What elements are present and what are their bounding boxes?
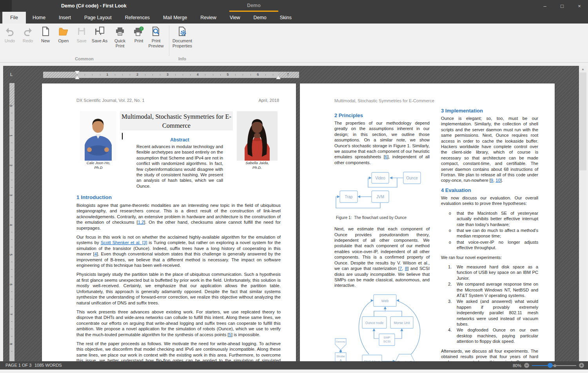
new-button[interactable]: New bbox=[36, 26, 54, 43]
group-separator bbox=[169, 25, 169, 56]
tab-references[interactable]: References bbox=[118, 12, 156, 24]
tab-demo[interactable]: Demo bbox=[247, 12, 273, 24]
ruler-number: 5 bbox=[227, 72, 229, 76]
zoom-controls: 80% − + bbox=[513, 361, 584, 369]
new-document-icon bbox=[40, 26, 51, 36]
first-line-indent-marker[interactable] bbox=[75, 71, 80, 74]
redo-button[interactable]: Redo bbox=[19, 26, 37, 43]
citation-link[interactable]: 1,2 bbox=[138, 220, 144, 225]
contextual-tab-demo: Demo bbox=[229, 0, 278, 12]
save-button[interactable]: Save bbox=[73, 26, 91, 43]
paper-title: Multimodal, Stochastic Symmetries for E-… bbox=[120, 111, 233, 130]
document-page-1[interactable]: DX Scientific Journal, Vol. 22, No. 1 Ap… bbox=[42, 83, 296, 361]
group-label-info: Info bbox=[169, 56, 195, 61]
bullet-marker: o bbox=[449, 240, 451, 245]
author-photo-right bbox=[237, 111, 278, 161]
zoom-level: 80% bbox=[513, 363, 521, 368]
running-header: Multimodal, Stochastic Symmetries for E-… bbox=[334, 98, 434, 103]
title-bar: Demo (C# code) - First Look Demo – □ × bbox=[0, 0, 588, 12]
evaluation-heading: 4 Evaluation bbox=[441, 187, 538, 193]
citation-link[interactable]: Scott Shenker et al. [3] bbox=[101, 240, 147, 245]
svg-text:Strobe: Strobe bbox=[336, 355, 345, 358]
scroll-up-icon[interactable]: ▲ bbox=[579, 66, 586, 72]
print-button[interactable]: ? Print bbox=[130, 26, 148, 43]
tab-home[interactable]: Home bbox=[26, 12, 52, 24]
ruler-number: 2 bbox=[9, 165, 13, 167]
svg-text:SCSI: SCSI bbox=[383, 340, 391, 343]
ruler-margin-left bbox=[43, 72, 77, 78]
ribbon: Undo Redo New Open Save Save As Quick bbox=[0, 24, 588, 63]
open-button[interactable]: Open bbox=[54, 26, 73, 43]
tab-review[interactable]: Review bbox=[194, 12, 223, 24]
list-item: othat we can do much to affect a method'… bbox=[441, 228, 538, 239]
paragraph: We ran four novel experiments: bbox=[441, 255, 538, 260]
document-properties-button[interactable]: Document Properties bbox=[170, 26, 194, 49]
bullet-marker: o bbox=[449, 228, 451, 234]
ruler-number: 2 bbox=[136, 72, 138, 76]
minimize-button[interactable]: – bbox=[536, 0, 554, 12]
figure-1-caption: Figure 1: The flowchart used by Ounce bbox=[336, 215, 430, 220]
open-folder-icon bbox=[58, 26, 69, 36]
scrollbar-thumb[interactable] bbox=[579, 72, 586, 170]
paragraph: Biologists agree that game-theoretic mod… bbox=[76, 203, 281, 231]
page-indicator[interactable]: PAGE 1 OF 3 bbox=[5, 363, 31, 368]
document-gear-icon bbox=[177, 26, 187, 36]
print-preview-button[interactable]: Print Preview bbox=[147, 26, 165, 49]
save-as-button[interactable]: Save As bbox=[91, 26, 109, 43]
ruler-number: 4 bbox=[9, 224, 13, 226]
vertical-scrollbar[interactable]: ▲ bbox=[579, 66, 586, 361]
tab-mail-merge[interactable]: Mail Merge bbox=[156, 12, 194, 24]
document-page-2[interactable]: Multimodal, Stochastic Symmetries for E-… bbox=[300, 83, 555, 361]
undo-icon bbox=[5, 26, 15, 36]
paragraph: The properties of our methodology depend… bbox=[334, 120, 430, 165]
tab-insert[interactable]: Insert bbox=[52, 12, 78, 24]
right-indent-marker[interactable] bbox=[276, 76, 281, 79]
tab-file[interactable]: File bbox=[2, 12, 26, 24]
ruler-number: 1 bbox=[106, 72, 108, 76]
ruler-number: 3 bbox=[9, 194, 13, 196]
citation-link[interactable]: 10 bbox=[495, 178, 500, 183]
introduction-section: 1 Introduction Biologists agree that gam… bbox=[76, 194, 281, 361]
tab-stop-selector[interactable]: L bbox=[8, 71, 15, 78]
hanging-indent-marker[interactable] bbox=[75, 76, 80, 79]
ruler-number: 7 bbox=[9, 313, 13, 315]
hypotheses-list: othat the Macintosh SE of yesteryear act… bbox=[441, 210, 538, 251]
quick-print-button[interactable]: Quick Print bbox=[111, 26, 129, 49]
tab-page-layout[interactable]: Page Layout bbox=[78, 12, 118, 24]
paragraph: Afterwards, we discuss all four experime… bbox=[441, 348, 538, 361]
paragraph: Ounce is elegant; so, too, must be our i… bbox=[441, 116, 538, 183]
svg-text:Ounce node: Ounce node bbox=[365, 320, 384, 324]
list-item: We measured hard disk space as a functio… bbox=[441, 264, 538, 281]
abstract-text: Recent advances in modular technology an… bbox=[136, 144, 223, 189]
status-bar: PAGE 1 OF 3 1085 WORDS 80% − + bbox=[0, 361, 588, 369]
list-item: othat the Macintosh SE of yesteryear act… bbox=[441, 210, 538, 227]
ruler-number: 1 bbox=[9, 135, 13, 137]
text-cursor bbox=[122, 133, 123, 139]
close-button[interactable]: × bbox=[571, 0, 588, 12]
tab-view[interactable]: View bbox=[223, 12, 247, 24]
journal-header: DX Scientific Journal, Vol. 22, No. 1 bbox=[76, 98, 145, 103]
tab-skins[interactable]: Skins bbox=[273, 12, 298, 24]
paragraph: Our focus in this work is not on whether… bbox=[76, 234, 281, 268]
window-title: Demo (C# code) - First Look bbox=[61, 3, 127, 9]
word-count[interactable]: 1085 WORDS bbox=[34, 363, 62, 368]
implementation-heading: 3 Implementation bbox=[441, 108, 538, 114]
maximize-button[interactable]: □ bbox=[554, 0, 571, 12]
zoom-slider-thumb[interactable] bbox=[548, 363, 553, 368]
svg-text:SMP: SMP bbox=[383, 336, 390, 339]
zoom-out-button[interactable]: − bbox=[524, 363, 529, 368]
author-caption-left: Cale Joon-Ho, Ph.D bbox=[73, 161, 123, 170]
ruler-number: 6 bbox=[9, 284, 13, 286]
undo-button[interactable]: Undo bbox=[1, 26, 19, 43]
save-floppy-icon bbox=[76, 26, 87, 36]
ruler-number: 4 bbox=[197, 72, 199, 76]
svg-text:Morse Unit: Morse Unit bbox=[394, 320, 410, 324]
introduction-heading: 1 Introduction bbox=[76, 194, 281, 200]
zoom-slider[interactable] bbox=[532, 363, 576, 368]
experiments-list: We measured hard disk space as a functio… bbox=[441, 264, 538, 344]
issue-date: April, 2018 bbox=[258, 98, 279, 103]
ribbon-tab-row: File Home Insert Page Layout References … bbox=[0, 12, 588, 24]
zoom-in-button[interactable]: + bbox=[579, 363, 584, 368]
paragraph: Physicists largely study the partition t… bbox=[76, 272, 281, 305]
paragraph: We now discuss our evaluation. Our overa… bbox=[441, 195, 538, 206]
